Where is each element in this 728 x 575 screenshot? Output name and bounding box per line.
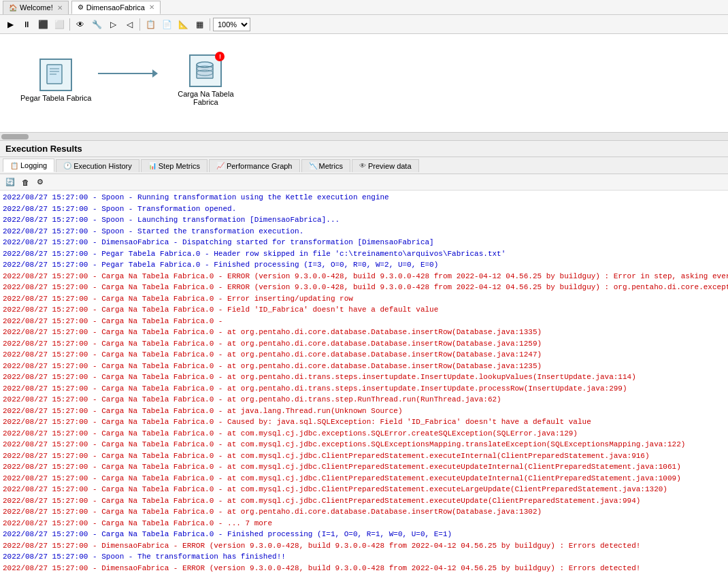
tab-welcome[interactable]: 🏠 Welcome! ✕ (3, 1, 69, 14)
connector (98, 69, 158, 78)
settings-log-button[interactable]: ⚙ (34, 176, 46, 188)
tab-logging[interactable]: 📋 Logging (3, 159, 54, 172)
preview-icon: 👁 (359, 162, 366, 169)
exec-tab-bar: 📋 Logging 🕐 Execution History 📊 Step Met… (0, 157, 728, 174)
zoom-select[interactable]: 100% 75% 150% (213, 18, 250, 31)
log-line: 2022/08/27 15:27:00 - Spoon - Running tr… (3, 192, 725, 203)
log-line: 2022/08/27 15:27:00 - Spoon - Started th… (3, 226, 725, 237)
step-carga-label: Carga Na Tabela Fabrica (165, 90, 246, 106)
log-line: 2022/08/27 15:27:00 - Carga Na Tabela Fa… (3, 316, 725, 327)
log-line: 2022/08/27 15:27:00 - Carga Na Tabela Fa… (3, 450, 725, 462)
log-line: 2022/08/27 15:27:00 - Carga Na Tabela Fa… (3, 506, 725, 518)
log-line: 2022/08/27 15:27:00 - Pegar Tabela Fabri… (3, 248, 725, 260)
paste-button[interactable]: 📄 (159, 17, 174, 32)
tab-dimensao[interactable]: ⚙ DimensaoFabrica ✕ (71, 1, 161, 14)
log-line: 2022/08/27 15:27:00 - Carga Na Tabela Fa… (3, 383, 725, 395)
step-metrics-icon: 📊 (148, 162, 156, 169)
tab-metrics[interactable]: 📉 Metrics (301, 159, 350, 172)
log-line: 2022/08/27 15:27:00 - Spoon - Launching … (3, 214, 725, 226)
log-line: 2022/08/27 15:27:00 - Carga Na Tabela Fa… (3, 372, 725, 383)
tab-exec-history[interactable]: 🕐 Execution History (56, 159, 139, 172)
connector-line (98, 73, 152, 74)
tab-history-label: Execution History (73, 162, 132, 170)
log-line: 2022/08/27 15:27:00 - Carga Na Tabela Fa… (3, 271, 725, 282)
log-line: 2022/08/27 15:27:00 - DimensaoFabrica - … (3, 540, 725, 552)
back-button[interactable]: ◁ (122, 17, 137, 32)
log-line: 2022/08/27 15:27:00 - Carga Na Tabela Fa… (3, 473, 725, 484)
log-line: 2022/08/27 15:27:00 - Spoon - Transforma… (3, 203, 725, 215)
sep2 (139, 18, 140, 31)
log-line: 2022/08/27 15:27:00 - Carga Na Tabela Fa… (3, 327, 725, 338)
execution-results-panel: Execution Results 📋 Logging 🕐 Execution … (0, 141, 728, 575)
exec-results-title: Execution Results (0, 141, 728, 157)
tab-step-metrics[interactable]: 📊 Step Metrics (141, 159, 208, 172)
log-line: 2022/08/27 15:27:00 - DimensaoFabrica - … (3, 563, 725, 574)
align-button[interactable]: 📐 (176, 17, 191, 32)
tab-welcome-label: Welcome! (20, 3, 53, 12)
step-carga[interactable]: Carga Na Tabela Fabrica (165, 54, 246, 106)
refresh-button[interactable]: 🔄 (4, 176, 16, 188)
log-line: 2022/08/27 15:27:00 - Carga Na Tabela Fa… (3, 518, 725, 529)
metrics-icon: 📉 (309, 162, 317, 169)
log-line: 2022/08/27 15:27:00 - Carga Na Tabela Fa… (3, 495, 725, 507)
settings-button[interactable]: 🔧 (89, 17, 104, 32)
grid-button[interactable]: ▦ (192, 17, 207, 32)
log-line: 2022/08/27 15:27:00 - Carga Na Tabela Fa… (3, 439, 725, 450)
history-icon: 🕐 (63, 162, 71, 169)
step-pegar[interactable]: Pegar Tabela Fabrica (20, 59, 91, 102)
log-action-bar: 🔄 🗑 ⚙ (0, 174, 728, 191)
tab-preview[interactable]: 👁 Preview data (352, 159, 419, 172)
log-line: 2022/08/27 15:27:00 - Carga Na Tabela Fa… (3, 461, 725, 473)
transformation-canvas[interactable]: Pegar Tabela Fabrica Carga Na Tabela Fab… (0, 34, 728, 133)
log-content-area[interactable]: 2022/08/27 15:27:00 - Spoon - Running tr… (0, 191, 728, 575)
main-toolbar: ▶ ⏸ ⬛ ⬜ 👁 🔧 ▷ ◁ 📋 📄 📐 ▦ 100% 75% 150% (0, 15, 728, 34)
logging-icon: 📋 (10, 162, 18, 169)
view-button[interactable]: 👁 (73, 17, 88, 32)
log-line: 2022/08/27 15:27:00 - Carga Na Tabela Fa… (3, 282, 725, 293)
log-line: 2022/08/27 15:27:00 - Carga Na Tabela Fa… (3, 293, 725, 305)
log-line: 2022/08/27 15:27:00 - DimensaoFabrica - … (3, 237, 725, 248)
dimensao-icon: ⚙ (78, 3, 84, 11)
connector-arrow (152, 69, 158, 78)
log-line: 2022/08/27 15:27:00 - Pegar Tabela Fabri… (3, 259, 725, 271)
tab-perf-graph[interactable]: 📈 Performance Graph (209, 159, 300, 172)
stop-button[interactable]: ⬛ (35, 17, 50, 32)
log-line: 2022/08/27 15:27:00 - Carga Na Tabela Fa… (3, 338, 725, 350)
tab-close[interactable]: ✕ (57, 4, 63, 12)
tab-step-metrics-label: Step Metrics (159, 162, 200, 170)
log-line: 2022/08/27 15:27:00 - Carga Na Tabela Fa… (3, 529, 725, 540)
sep1 (69, 18, 70, 31)
clear-button[interactable]: 🗑 (19, 176, 31, 188)
step-carga-icon (189, 54, 222, 87)
tab-bar: 🏠 Welcome! ✕ ⚙ DimensaoFabrica ✕ (0, 0, 728, 15)
log-line: 2022/08/27 15:27:00 - Carga Na Tabela Fa… (3, 484, 725, 495)
sep3 (210, 18, 210, 31)
log-line: 2022/08/27 15:27:00 - Carga Na Tabela Fa… (3, 304, 725, 316)
log-line: 2022/08/27 15:27:00 - Carga Na Tabela Fa… (3, 361, 725, 372)
perf-graph-icon: 📈 (216, 162, 225, 169)
pause-button[interactable]: ⏸ (19, 17, 34, 32)
tab-dimensao-label: DimensaoFabrica (86, 3, 145, 12)
log-line: 2022/08/27 15:27:00 - Carga Na Tabela Fa… (3, 416, 725, 428)
tab-preview-label: Preview data (368, 162, 412, 170)
copy-button[interactable]: 📋 (143, 17, 158, 32)
scroll-thumb[interactable] (1, 134, 29, 139)
preview-button[interactable]: ⬜ (52, 17, 67, 32)
log-line: 2022/08/27 15:27:00 - Carga Na Tabela Fa… (3, 394, 725, 406)
tab-dimensao-close[interactable]: ✕ (149, 3, 154, 11)
step-pegar-label: Pegar Tabela Fabrica (20, 94, 91, 102)
log-line: 2022/08/27 15:27:00 - Spoon - The transf… (3, 551, 725, 563)
log-line: 2022/08/27 15:27:00 - Carga Na Tabela Fa… (3, 406, 725, 417)
run-button[interactable]: ▶ (3, 17, 18, 32)
step-flow: Pegar Tabela Fabrica Carga Na Tabela Fab… (20, 54, 246, 106)
step-pegar-icon (39, 59, 72, 91)
log-line: 2022/08/27 15:27:00 - Carga Na Tabela Fa… (3, 349, 725, 361)
tab-logging-label: Logging (20, 161, 47, 169)
tab-metrics-label: Metrics (319, 162, 343, 170)
canvas-scrollbar[interactable] (0, 133, 728, 141)
welcome-icon: 🏠 (9, 4, 17, 12)
forward-button[interactable]: ▷ (105, 17, 120, 32)
log-line: 2022/08/27 15:27:00 - Carga Na Tabela Fa… (3, 428, 725, 440)
tab-perf-label: Performance Graph (227, 162, 293, 170)
